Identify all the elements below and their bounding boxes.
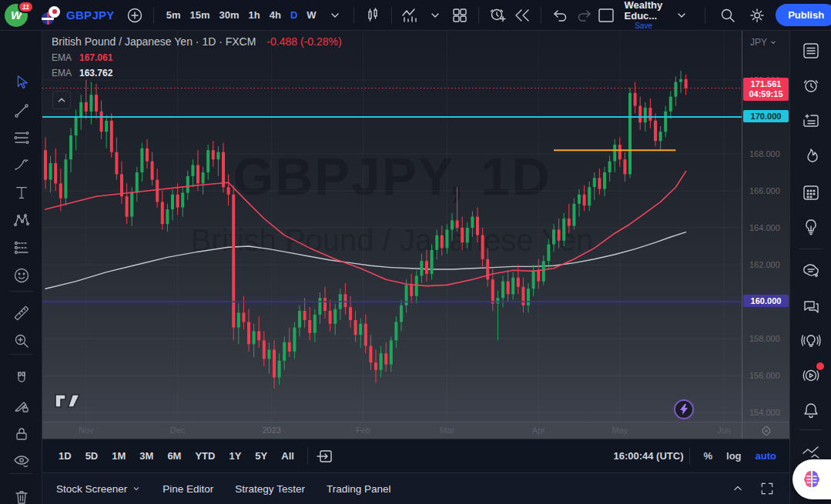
clock-utc[interactable]: 16:00:44 (UTC) — [613, 450, 683, 462]
time-axis[interactable]: NovDec2023FebMarAprMayJun — [42, 422, 742, 439]
settings-gear-icon[interactable] — [746, 5, 768, 26]
drawing-mode-lock-icon[interactable] — [11, 396, 32, 416]
price-level-tag-cyan[interactable]: 170.000 — [743, 110, 789, 122]
chart-pane[interactable]: GBPJPY, 1D British Pound / Japanese Yen … — [42, 31, 742, 422]
notes-icon[interactable] — [800, 110, 822, 132]
emoji-tool-icon[interactable] — [11, 265, 32, 285]
go-to-date-button[interactable] — [314, 446, 336, 467]
price-axis-label: 158.000 — [749, 334, 780, 343]
calendar-icon[interactable] — [800, 182, 822, 203]
range-All[interactable]: All — [274, 446, 301, 466]
publish-button[interactable]: Publish — [776, 4, 831, 26]
range-5Y[interactable]: 5Y — [248, 446, 274, 466]
price-axis[interactable]: JPY 172.000170.000168.000166.000164.0001… — [742, 31, 789, 422]
divider — [799, 249, 823, 249]
timeframe-30m[interactable]: 30m — [215, 6, 244, 24]
zoom-in-tool-icon[interactable] — [11, 330, 32, 351]
undo-button[interactable] — [549, 5, 571, 26]
fullscreen-icon[interactable] — [759, 478, 776, 499]
tradingview-logo[interactable] — [54, 392, 82, 412]
alerts-clock-icon[interactable] — [800, 75, 822, 97]
minds-icon[interactable] — [800, 260, 822, 282]
text-tool-icon[interactable] — [11, 182, 32, 202]
timeframe-5m[interactable]: 5m — [162, 6, 186, 24]
log-scale-button[interactable]: log — [719, 447, 749, 465]
legend-sep: · — [196, 35, 199, 48]
timeframe-4h[interactable]: 4h — [265, 6, 286, 24]
range-1M[interactable]: 1M — [105, 446, 132, 466]
hide-drawings-eye-icon[interactable] — [11, 450, 32, 471]
panel-expand-chevron-icon[interactable] — [729, 478, 746, 499]
redo-button[interactable] — [574, 5, 595, 26]
fib-retracement-tool-icon[interactable] — [11, 127, 32, 148]
footer-panel: Stock ScreenerPine EditorStrategy Tester… — [42, 472, 789, 504]
layout-select-button[interactable] — [595, 5, 617, 26]
lock-all-drawings-icon[interactable] — [11, 423, 32, 444]
timeframe-15m[interactable]: 15m — [185, 6, 214, 24]
magnet-mode-icon[interactable] — [11, 368, 32, 389]
watchlist-icon[interactable] — [800, 40, 822, 62]
price-axis-label: 166.000 — [749, 186, 780, 195]
percent-scale-button[interactable]: % — [696, 447, 719, 465]
timeframe-W[interactable]: W — [302, 6, 320, 24]
trend-line-tool-icon[interactable] — [11, 100, 32, 121]
brush-tool-icon[interactable] — [11, 154, 32, 175]
notifications-bell-icon[interactable] — [800, 400, 822, 422]
search-icon[interactable] — [717, 5, 739, 26]
timeframe-dropdown-chevron-icon[interactable] — [324, 5, 346, 26]
indicators-dropdown-chevron-icon[interactable] — [424, 5, 446, 26]
auto-scale-button[interactable]: auto — [749, 447, 783, 465]
layout-dropdown-chevron-icon[interactable] — [671, 5, 692, 26]
forecast-tool-icon[interactable] — [11, 237, 32, 258]
time-axis-label-jun: Jun — [717, 426, 731, 435]
ai-assistant-button[interactable] — [792, 459, 831, 499]
live-ideas-icon[interactable] — [800, 330, 822, 352]
footer-tab-strategy-tester[interactable]: Strategy Tester — [224, 477, 316, 501]
footer-tab-stock-screener[interactable]: Stock Screener — [45, 477, 152, 501]
add-symbol-button[interactable] — [124, 5, 146, 26]
range-1Y[interactable]: 1Y — [222, 446, 248, 466]
range-YTD[interactable]: YTD — [188, 446, 222, 466]
grid-layout-button[interactable] — [449, 5, 471, 26]
chart-style-candles-button[interactable] — [362, 5, 384, 26]
divider — [9, 354, 33, 355]
price-axis-currency[interactable]: JPY — [750, 37, 777, 48]
time-axis-label-may: May — [612, 426, 628, 435]
alert-button[interactable] — [487, 5, 508, 26]
footer-tab-pine-editor[interactable]: Pine Editor — [152, 477, 224, 501]
range-3M[interactable]: 3M — [132, 446, 160, 466]
legend-title-row[interactable]: British Pound / Japanese Yen · 1D · FXCM… — [52, 35, 342, 48]
time-axis-label-2023: 2023 — [262, 426, 280, 435]
time-axis-label-mar: Mar — [440, 426, 454, 435]
pattern-tool-icon[interactable] — [11, 209, 32, 230]
save-label[interactable]: Save — [635, 22, 652, 30]
quick-action-lightning-button[interactable] — [674, 399, 694, 419]
symbol-button[interactable]: GBPJPY — [66, 8, 115, 22]
range-1D[interactable]: 1D — [52, 446, 79, 466]
axis-settings-gear-icon[interactable] — [742, 422, 789, 439]
price-axis-label: 164.000 — [749, 223, 780, 232]
layout-name-button[interactable]: Wealthy Educ... Save — [625, 0, 663, 30]
range-6M[interactable]: 6M — [160, 446, 188, 466]
timeframe-D[interactable]: D — [286, 6, 302, 24]
timeframe-1h[interactable]: 1h — [244, 6, 265, 24]
brain-icon — [800, 468, 823, 491]
legend-sep: · — [219, 35, 223, 48]
streams-icon[interactable] — [800, 365, 822, 386]
footer-tab-trading-panel[interactable]: Trading Panel — [316, 477, 402, 501]
candlestick-chart[interactable] — [42, 31, 742, 422]
remove-drawings-trash-icon[interactable] — [11, 486, 32, 504]
price-level-tag-indigo[interactable]: 160.000 — [743, 295, 789, 307]
measure-tool-icon[interactable] — [11, 302, 32, 323]
bar-replay-button[interactable] — [511, 5, 533, 26]
legend-indicator-row[interactable]: EMA163.762 — [52, 68, 342, 78]
ideas-lightbulb-icon[interactable] — [800, 216, 822, 238]
range-5D[interactable]: 5D — [79, 446, 106, 466]
legend-collapse-button[interactable] — [52, 91, 71, 109]
cursor-tool-icon[interactable] — [11, 72, 32, 92]
user-avatar[interactable]: W 11 — [5, 4, 28, 27]
hotlists-flame-icon[interactable] — [800, 146, 822, 168]
legend-indicator-row[interactable]: EMA167.061 — [52, 52, 342, 63]
indicators-button[interactable] — [400, 5, 421, 26]
chat-icon[interactable] — [800, 295, 822, 317]
